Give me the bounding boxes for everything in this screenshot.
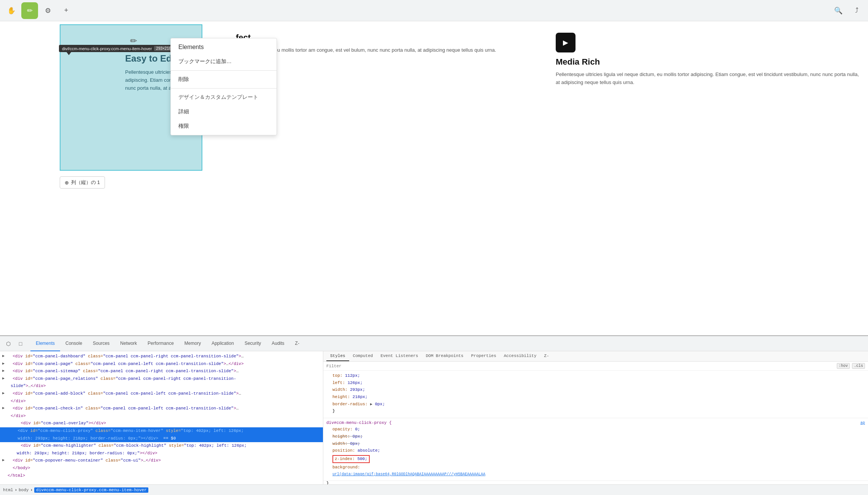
block-media-rich: ▶ Media Rich Pellentesque ultricies ligu… [556,33,860,87]
tooltip-selector: div#ccm-menu-click-proxy.ccm-menu-item-h… [62,46,152,51]
block-perfect-title: fect [236,33,541,43]
media-icon: ▶ [556,33,575,52]
context-menu-item-edit-block[interactable]: Elements [171,40,277,54]
share-icon-button[interactable]: ⤴ [848,2,865,19]
element-tooltip: div#ccm-menu-click-proxy.ccm-menu-item-h… [59,45,176,52]
right-content-blocks: fect ultricies ligula vel eu mollis tort… [228,33,868,87]
browser-toolbar: ✋ ✏ ⚙ + 🔍 ⤴ [0,0,868,21]
tooltip-arrow [67,52,71,55]
context-menu-divider-1 [171,70,277,71]
context-menu: Elements ブックマークに追加… 削除 デザイン＆カスタムテンプレート 詳… [170,38,277,135]
search-icon-button[interactable]: 🔍 [830,2,847,19]
block-media-rich-title: Media Rich [556,57,860,67]
context-menu-item-details[interactable]: 詳細 [171,105,277,119]
page-preview: fect ultricies ligula vel eu mollis tort… [0,21,868,192]
context-menu-item-design[interactable]: デザイン＆カスタムテンプレート [171,90,277,105]
context-menu-item-delete[interactable]: 削除 [171,72,277,87]
block-media-rich-text: Pellentesque ultricies ligula vel neque … [556,71,860,87]
column-indicator: ⊕ 列（縦）の 1 [60,176,105,189]
plus-icon-button[interactable]: + [58,2,75,19]
context-menu-item-bookmark[interactable]: ブックマークに追加… [171,54,277,69]
pencil-icon-button[interactable]: ✏ [21,2,38,19]
hand-icon-button[interactable]: ✋ [3,2,20,19]
settings-icon-button[interactable]: ⚙ [40,2,56,19]
column-icon: ⊕ [65,180,69,186]
column-label: 列（縦）の 1 [71,179,100,186]
block-perfect: fect ultricies ligula vel eu mollis tort… [236,33,541,87]
block-perfect-text: ultricies ligula vel eu mollis tortor am… [236,46,541,54]
context-menu-item-permissions[interactable]: 権限 [171,119,277,133]
context-menu-divider-2 [171,88,277,89]
